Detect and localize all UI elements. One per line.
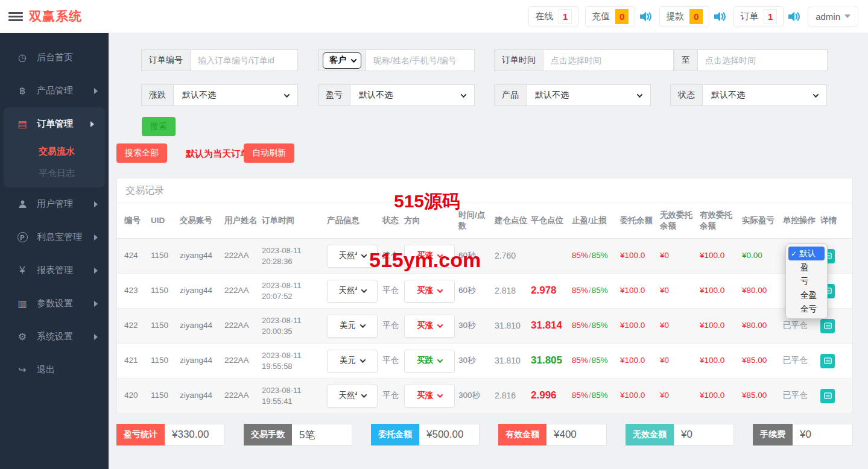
table-row: 420 1150 ziyang44 222AA 2023-08-1119:55:… — [117, 379, 852, 414]
sidebar-subitem-trade-flow[interactable]: 交易流水 — [4, 140, 105, 162]
cell-actual-profit: ¥80.00 — [742, 320, 783, 331]
cell-valid-balance: ¥100.0 — [700, 355, 742, 366]
filter-product: 产品 默认不选 — [494, 84, 651, 106]
detail-button[interactable] — [820, 389, 835, 403]
sidebar-item-system[interactable]: ⚙ 系统设置 — [0, 320, 109, 353]
chevron-down-icon — [813, 92, 819, 98]
cell-account: ziyang44 — [180, 390, 224, 401]
cell-uid: 1150 — [151, 355, 180, 366]
column-header: 订单时间 — [262, 215, 327, 226]
cell-order-time: 2023-08-1120:07:52 — [262, 280, 327, 301]
chevron-right-icon — [94, 201, 98, 207]
dropdown-option[interactable]: ✓默认 — [788, 247, 825, 260]
stat-box[interactable]: 订单 1 — [733, 6, 784, 27]
stat-box[interactable]: 充值 0 — [585, 6, 635, 27]
direction-select[interactable]: 买涨 — [404, 385, 455, 408]
search-button[interactable]: 搜索 — [142, 117, 176, 136]
sidebar-item-products[interactable]: ฿ 产品管理 — [0, 74, 109, 107]
cell-entrust-balance: ¥100.0 — [620, 285, 660, 296]
cell-product: 美元 — [327, 315, 382, 338]
cell-tp-sl: 85%/85% — [572, 250, 620, 261]
stat-box[interactable]: 在线 1 — [528, 6, 578, 27]
sidebar-item-logout[interactable]: ↪ 退出 — [0, 353, 109, 386]
sidebar-item-reports[interactable]: ¥ 报表管理 — [0, 254, 109, 287]
dropdown-option[interactable]: 盈 — [788, 260, 825, 274]
sidebar-item-users[interactable]: 用户管理 — [0, 187, 109, 221]
stat-box[interactable]: 提款 0 — [659, 6, 709, 27]
cell-uid: 1150 — [151, 390, 180, 401]
order-no-input[interactable] — [190, 49, 298, 71]
status-select[interactable]: 默认不选 — [702, 84, 827, 106]
dropdown-option[interactable]: 全亏 — [788, 302, 825, 316]
auto-refresh-button[interactable]: 自动刷新 — [244, 143, 294, 163]
dropdown-option[interactable]: 亏 — [788, 274, 825, 288]
cell-single-control: 已平仓 — [783, 355, 820, 366]
updown-value: 默认不选 — [182, 90, 216, 101]
summary-group: 交易手数5笔 — [244, 424, 352, 445]
admin-menu[interactable]: admin — [808, 7, 858, 27]
interest-icon: P — [16, 232, 29, 242]
sidebar-item-label: 后台首页 — [37, 52, 73, 63]
sidebar-item-orders[interactable]: ▤ 订单管理 — [4, 107, 105, 140]
sidebar-item-params[interactable]: ▥ 参数设置 — [0, 287, 109, 320]
column-header: 方向 — [404, 215, 458, 226]
speaker-icon[interactable] — [640, 11, 653, 22]
product-filter-select[interactable]: 默认不选 — [526, 84, 651, 106]
sidebar-item-label: 系统设置 — [37, 331, 73, 342]
summary-label: 手续费 — [753, 424, 793, 445]
product-select[interactable]: 天然气 — [327, 385, 378, 408]
sidebar-item-label: 订单管理 — [37, 118, 73, 130]
direction-select[interactable]: 买涨 — [404, 315, 455, 338]
stat-badge: 1 — [559, 9, 572, 24]
summary-label: 交易手数 — [244, 424, 292, 445]
updown-select[interactable]: 默认不选 — [173, 84, 298, 106]
filter-updown: 涨跌 默认不选 — [141, 84, 298, 106]
summary-group: 委托金额¥500.00 — [371, 424, 480, 445]
summary-value: ¥0 — [793, 424, 853, 445]
top-bar: 双赢系统 在线 1 充值 0 提款 0 订单 1 — [0, 0, 868, 33]
chevron-down-icon — [637, 92, 643, 98]
user-icon — [16, 200, 29, 209]
product-select[interactable]: 美元 — [327, 315, 378, 338]
cell-username: 222AA — [224, 250, 262, 261]
menu-toggle-icon[interactable] — [8, 10, 23, 23]
sidebar-item-interest[interactable]: P 利息宝管理 — [0, 221, 109, 254]
cell-tp-sl: 85%/85% — [572, 285, 620, 296]
time-to-input[interactable] — [697, 49, 828, 71]
subitem-label: 交易流水 — [39, 146, 75, 157]
cell-order-no: 422 — [124, 320, 151, 331]
cell-order-no: 420 — [124, 390, 151, 401]
cell-status: 平仓 — [382, 285, 404, 296]
direction-select[interactable]: 买涨 — [404, 280, 455, 303]
table-row: 424 1150 ziyang44 222AA 2023-08-1120:28:… — [117, 239, 852, 274]
direction-select[interactable]: 买跌 — [404, 350, 455, 373]
summary-group: 手续费¥0 — [753, 424, 853, 445]
time-from-input[interactable] — [543, 49, 674, 71]
customer-search-input[interactable] — [366, 49, 475, 71]
cell-order-time: 2023-08-1119:55:41 — [262, 385, 327, 406]
detail-button[interactable] — [820, 354, 835, 368]
detail-button[interactable] — [820, 319, 835, 333]
sidebar-item-label: 报表管理 — [37, 265, 73, 276]
sidebar-item-label: 参数设置 — [37, 298, 73, 309]
admin-username: admin — [816, 11, 840, 22]
speaker-icon[interactable] — [788, 11, 801, 22]
order-time-label: 订单时间 — [494, 49, 543, 71]
cell-valid-balance: ¥100.0 — [700, 390, 742, 401]
cell-duration: 60秒 — [458, 285, 495, 296]
cell-invalid-balance: ¥0 — [660, 320, 700, 331]
stat-label: 订单 — [740, 11, 758, 22]
speaker-icon[interactable] — [714, 11, 727, 22]
sidebar-item-dashboard[interactable]: ◷ 后台首页 — [0, 41, 109, 74]
cell-entrust-balance: ¥100.0 — [620, 250, 660, 261]
search-all-button[interactable]: 搜索全部 — [116, 143, 167, 163]
watermark-text: 515源码 — [394, 189, 460, 214]
summary-group: 盈亏统计¥330.00 — [116, 424, 225, 445]
product-select[interactable]: 天然气 — [327, 280, 378, 303]
sidebar-subitem-close-log[interactable]: 平仓日志 — [4, 162, 105, 184]
dropdown-option[interactable]: 全盈 — [788, 288, 825, 302]
product-select[interactable]: 美元 — [327, 350, 378, 373]
customer-type-select[interactable]: 客户 — [323, 52, 361, 69]
table-row: 422 1150 ziyang44 222AA 2023-08-1120:00:… — [117, 309, 852, 344]
profit-select[interactable]: 默认不选 — [350, 84, 475, 106]
